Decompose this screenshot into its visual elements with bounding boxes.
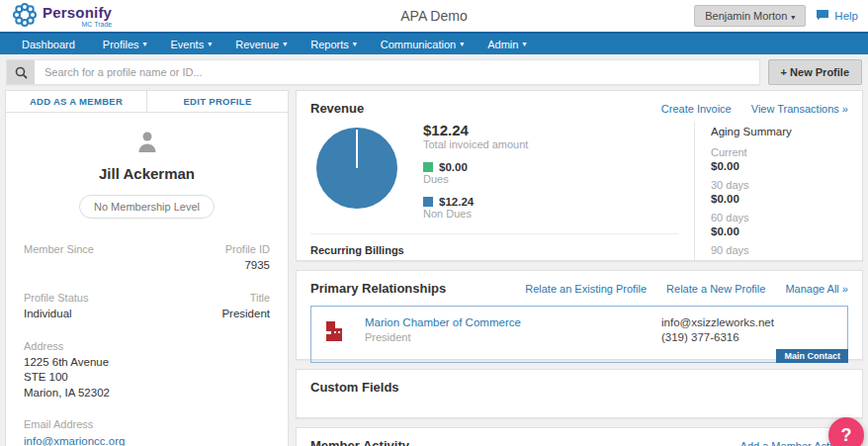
relate-new-profile-link[interactable]: Relate a New Profile: [666, 283, 765, 295]
brand-subtitle: MC Trade: [43, 21, 112, 28]
help-link[interactable]: Help: [816, 9, 858, 23]
nav-profiles[interactable]: Profiles▾: [91, 34, 159, 54]
profile-name: Jill Ackerman: [6, 165, 288, 182]
organization-building-icon: [323, 318, 349, 346]
member-since-label: Member Since: [24, 242, 94, 256]
email-link[interactable]: info@xmarioncc.org: [24, 434, 270, 446]
avatar: [134, 144, 160, 156]
non-dues-swatch: [423, 197, 433, 207]
title-value: President: [221, 307, 270, 322]
help-fab-button[interactable]: ?: [828, 417, 864, 446]
primary-relationships-card: Primary Relationships Relate an Existing…: [296, 270, 863, 360]
chevron-down-icon: ▾: [353, 40, 357, 48]
top-bar: Personify MC Trade APA Demo Benjamin Mor…: [0, 0, 868, 32]
primary-relationships-title: Primary Relationships: [310, 281, 446, 296]
main-contact-badge: Main Contact: [776, 349, 848, 363]
address-label: Address: [24, 339, 270, 353]
profile-id-value: 7935: [225, 258, 270, 274]
aging-current: Current$0.00: [711, 146, 862, 174]
nav-dashboard[interactable]: Dashboard: [10, 34, 91, 54]
tab-add-as-member[interactable]: ADD AS A MEMBER: [6, 91, 146, 112]
nav-communication[interactable]: Communication▾: [369, 34, 476, 54]
related-org-phone: (319) 377-6316: [661, 331, 774, 343]
view-transactions-link[interactable]: View Transactions »: [751, 103, 848, 115]
chat-bubble-icon: [816, 9, 829, 23]
related-org-email: info@xsizzleworks.net: [661, 316, 774, 328]
revenue-card: Revenue Create Invoice View Transactions…: [296, 90, 863, 261]
personify-flower-icon: [12, 2, 38, 30]
aging-30-days: 30 days$0.00: [711, 179, 862, 207]
email-label: Email Address: [24, 417, 270, 431]
custom-fields-card: Custom Fields: [296, 369, 863, 418]
address-line: 1225 6th Avenue: [24, 355, 270, 371]
right-column: Revenue Create Invoice View Transactions…: [296, 90, 863, 446]
recurring-billings-label: Recurring Billings: [310, 233, 678, 256]
related-org-role: President: [365, 331, 661, 343]
profile-id-label: Profile ID: [225, 242, 270, 256]
search-row: + New Profile: [0, 54, 868, 90]
membership-level-button[interactable]: No Membership Level: [79, 195, 215, 219]
main-nav: Dashboard Profiles▾ Events▾ Revenue▾ Rep…: [0, 32, 868, 54]
aging-60-days: 60 days$0.00: [711, 212, 862, 239]
user-menu-button[interactable]: Benjamin Morton▾: [694, 5, 806, 27]
custom-fields-title: Custom Fields: [310, 380, 399, 395]
revenue-pie-chart: [316, 128, 397, 209]
tab-edit-profile[interactable]: EDIT PROFILE: [146, 91, 288, 112]
chevron-down-icon: ▾: [208, 40, 212, 48]
aging-summary: Aging Summary Current$0.00 30 days$0.00 …: [694, 122, 862, 261]
profile-status-label: Profile Status: [24, 291, 88, 305]
total-invoiced-value: $12.24: [423, 122, 528, 138]
brand-name: Personify: [43, 5, 112, 20]
nav-revenue[interactable]: Revenue▾: [223, 34, 299, 54]
revenue-title: Revenue: [310, 101, 364, 116]
nav-reports[interactable]: Reports▾: [299, 34, 369, 54]
dues-swatch: [423, 162, 433, 172]
chevron-down-icon: ▾: [522, 40, 526, 48]
create-invoice-link[interactable]: Create Invoice: [661, 103, 732, 115]
related-org-link[interactable]: Marion Chamber of Commerce: [365, 316, 661, 328]
member-activity-card: Member Activity Add a Member Activity: [296, 427, 863, 446]
manage-all-link[interactable]: Manage All »: [785, 283, 848, 295]
nav-events[interactable]: Events▾: [159, 34, 224, 54]
profile-status-value: Individual: [24, 307, 88, 322]
chevron-down-icon: ▾: [143, 40, 147, 48]
legend-dues: $0.00 Dues: [423, 161, 528, 185]
member-activity-title: Member Activity: [310, 438, 409, 446]
relate-existing-profile-link[interactable]: Relate an Existing Profile: [525, 283, 647, 295]
relationship-row[interactable]: Marion Chamber of Commerce President inf…: [310, 306, 848, 363]
aging-summary-title: Aging Summary: [711, 126, 862, 137]
chevron-down-icon: ▾: [460, 40, 464, 48]
address-line: Marion, IA 52302: [24, 386, 270, 401]
search-icon[interactable]: [7, 60, 35, 84]
new-profile-button[interactable]: + New Profile: [768, 59, 862, 85]
total-invoiced-label: Total invoiced amount: [423, 138, 528, 150]
chevron-down-icon: ▾: [283, 40, 287, 48]
nav-admin[interactable]: Admin▾: [476, 34, 538, 54]
profile-search-box: [6, 59, 760, 85]
search-input[interactable]: [35, 66, 759, 78]
content: ADD AS A MEMBER EDIT PROFILE Jill Ackerm…: [0, 90, 868, 446]
chevron-down-icon: ▾: [791, 13, 795, 22]
aging-90-days: 90 days$0.00: [711, 244, 862, 261]
legend-non-dues: $12.24 Non Dues: [423, 196, 528, 220]
profile-card: ADD AS A MEMBER EDIT PROFILE Jill Ackerm…: [5, 90, 289, 446]
title-label: Title: [221, 291, 270, 305]
address-line: STE 100: [24, 370, 270, 386]
brand-logo[interactable]: Personify MC Trade: [0, 2, 112, 30]
